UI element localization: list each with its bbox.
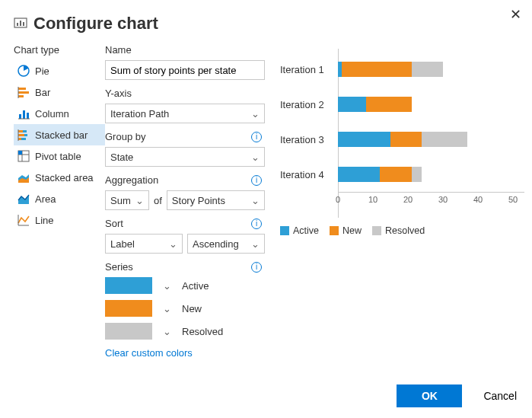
clear-colors-link[interactable]: Clear custom colors [105,347,265,359]
legend-label: Resolved [385,225,425,236]
chart-segment-resolved [412,167,422,182]
series-color-swatch[interactable] [105,323,152,340]
chart-tick: 10 [368,195,377,204]
chevron-down-icon: ⌄ [169,238,177,250]
info-icon[interactable]: i [251,175,262,186]
chevron-down-icon[interactable]: ⌄ [163,303,171,314]
groupby-label: Group byi [105,131,265,142]
dialog-title: Configure chart [33,14,158,34]
cancel-button[interactable]: Cancel [483,390,517,402]
chart-bar [338,97,532,112]
chart-tick: 20 [403,195,413,204]
chart-type-label: Stacked bar [35,129,88,141]
info-icon[interactable]: i [251,262,262,273]
chart-type-pie[interactable]: Pie [14,60,105,81]
chart-bar [338,167,532,182]
line-icon [17,213,30,227]
info-icon[interactable]: i [251,132,262,142]
aggregation-label: Aggregationi [105,174,265,186]
legend-item: Active [280,225,319,236]
legend-swatch [280,226,289,235]
svg-rect-14 [23,130,27,132]
series-row: ⌄New [105,300,265,317]
svg-rect-18 [21,138,26,140]
series-color-swatch[interactable] [105,277,152,294]
chart-tick: 40 [473,195,483,204]
aggregation-fn-value: Sum [110,195,131,206]
chart-type-label: Column [35,108,69,120]
chart-segment-active [338,132,390,147]
bar-icon [17,85,30,99]
chart-type-pivot[interactable]: Pivot table [14,145,105,167]
chart-type-label: Pie [35,65,49,77]
series-label: Seriesi [105,261,265,273]
chart-row: Iteration 4 [280,157,532,192]
svg-rect-5 [18,88,26,90]
chart-type-label: Area [35,193,56,205]
aggregation-field-value: Story Points [172,195,225,206]
groupby-value: State [110,152,133,163]
chart-type-label: Pivot table [35,151,81,162]
chart-segment-resolved [412,62,443,77]
chevron-down-icon[interactable]: ⌄ [163,280,171,292]
series-name: Active [182,280,209,292]
chart-category-label: Iteration 1 [280,64,338,75]
ok-button[interactable]: OK [397,384,462,407]
legend-item: New [330,225,362,236]
aggregation-field-select[interactable]: Story Points⌄ [167,190,265,210]
chevron-down-icon: ⌄ [251,108,260,120]
column-icon [17,107,30,120]
chevron-down-icon: ⌄ [251,195,260,206]
aggregation-of-text: of [154,195,162,206]
groupby-select[interactable]: State⌄ [105,147,265,167]
svg-rect-10 [23,110,25,119]
yaxis-select[interactable]: Iteration Path⌄ [105,104,265,123]
aggregation-fn-select[interactable]: Sum⌄ [105,190,149,210]
sort-dir-select[interactable]: Ascending⌄ [187,234,265,254]
sort-label: Sorti [105,218,265,229]
close-button[interactable]: ✕ [510,6,521,23]
area-icon [17,192,30,206]
chart-tick: 50 [508,195,518,204]
series-row: ⌄Resolved [105,323,265,340]
chart-type-stacked-area[interactable]: Stacked area [14,167,105,188]
chart-row: Iteration 3 [280,122,532,157]
legend-swatch [330,226,339,235]
sort-dir-value: Ascending [193,238,239,250]
chart-config-icon [14,16,27,32]
chart-bar [338,62,532,77]
chart-segment-resolved [422,132,467,147]
chart-type-line[interactable]: Line [14,209,105,231]
chart-type-label: Bar [35,87,50,98]
chevron-down-icon: ⌄ [135,195,144,206]
pivot-icon [17,149,30,163]
chart-category-label: Iteration 3 [280,134,338,145]
legend-swatch [372,226,381,235]
chart-type-bar[interactable]: Bar [14,81,105,103]
chart-type-column[interactable]: Column [14,103,105,124]
svg-rect-13 [18,130,23,132]
chart-category-label: Iteration 4 [280,169,338,180]
chart-type-label: Chart type [14,44,105,56]
chart-axis: 01020304050 [338,192,532,207]
chart-category-label: Iteration 2 [280,99,338,110]
svg-rect-17 [18,138,21,140]
series-name: New [182,303,202,314]
yaxis-value: Iteration Path [110,108,169,120]
sort-by-select[interactable]: Label⌄ [105,234,183,254]
info-icon[interactable]: i [251,219,262,229]
chart-tick: 30 [438,195,448,204]
chevron-down-icon[interactable]: ⌄ [163,326,171,337]
svg-rect-16 [24,134,27,136]
chart-type-label: Line [35,215,54,226]
yaxis-label: Y-axis [105,88,265,99]
chart-segment-new [342,62,412,77]
series-color-swatch[interactable] [105,300,152,317]
svg-rect-7 [18,95,24,97]
sort-by-value: Label [110,238,135,250]
chart-type-stacked-bar[interactable]: Stacked bar [14,124,105,145]
name-input[interactable] [105,60,265,80]
chart-row: Iteration 1 [280,52,532,87]
chart-type-label: Stacked area [35,172,94,183]
chart-type-area[interactable]: Area [14,188,105,209]
